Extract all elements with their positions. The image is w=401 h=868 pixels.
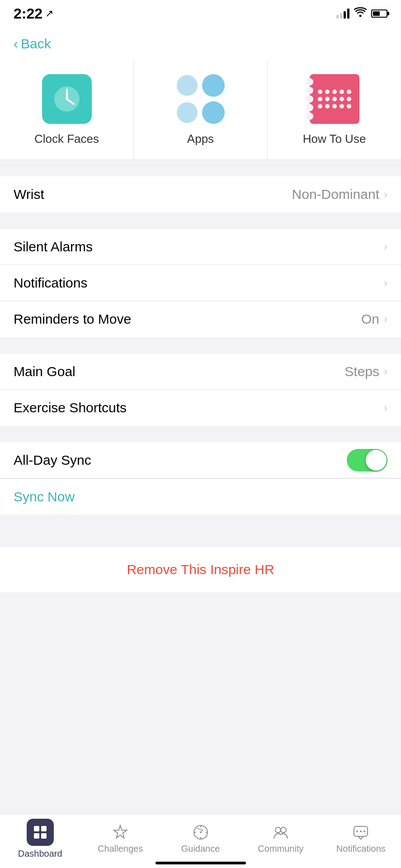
status-icons: [336, 7, 387, 20]
main-goal-value: Steps: [344, 364, 379, 379]
status-time: 2:22: [14, 5, 42, 22]
svg-point-18: [281, 827, 286, 833]
section-gap-2: [0, 212, 401, 229]
sync-group: All-Day Sync Sync Now: [0, 442, 401, 514]
alerts-group: Silent Alarms › Notifications › Reminder…: [0, 229, 401, 337]
notebook-rings: [306, 74, 313, 124]
tab-notifications[interactable]: Notifications: [321, 814, 401, 868]
main-goal-label: Main Goal: [14, 364, 75, 379]
svg-line-15: [197, 828, 203, 830]
all-day-sync-label: All-Day Sync: [14, 453, 91, 468]
main-goal-row[interactable]: Main Goal Steps ›: [0, 354, 401, 390]
apps-label: Apps: [187, 132, 214, 146]
reminders-value: On: [361, 311, 379, 327]
signal-icon: [336, 9, 349, 19]
dashboard-tab-label: Dashboard: [18, 849, 62, 859]
silent-alarms-right: ›: [384, 241, 387, 253]
wrist-value: Non-Dominant: [292, 187, 379, 202]
exercise-shortcuts-row[interactable]: Exercise Shortcuts ›: [0, 390, 401, 426]
reminders-chevron-icon: ›: [384, 313, 387, 326]
all-day-sync-toggle[interactable]: [347, 449, 387, 472]
reminders-to-move-row[interactable]: Reminders to Move On ›: [0, 301, 401, 337]
how-to-use-icon: [310, 74, 359, 124]
notifications-row[interactable]: Notifications ›: [0, 265, 401, 301]
sync-now-row[interactable]: Sync Now: [0, 478, 401, 514]
remove-device-label: Remove This Inspire HR: [127, 562, 274, 577]
spacer-bottom: [0, 592, 401, 665]
notifications-right: ›: [384, 277, 387, 289]
exercise-shortcuts-right: ›: [384, 401, 387, 414]
clock-faces-icon: [42, 74, 92, 124]
remove-device-section[interactable]: Remove This Inspire HR: [0, 547, 401, 592]
status-bar: 2:22 ↗: [0, 0, 401, 27]
svg-rect-7: [34, 833, 39, 839]
back-bar: ‹ Back: [0, 27, 401, 61]
svg-rect-5: [34, 826, 39, 831]
back-button[interactable]: ‹ Back: [14, 36, 51, 52]
icon-grid: Clock Faces Apps: [0, 61, 401, 160]
exercise-shortcuts-label: Exercise Shortcuts: [14, 400, 127, 415]
how-to-use-cell[interactable]: How To Use: [268, 61, 401, 160]
dots-grid: [313, 85, 356, 113]
svg-point-4: [66, 98, 68, 100]
tab-challenges[interactable]: Challenges: [80, 814, 160, 868]
wrist-row[interactable]: Wrist Non-Dominant ›: [0, 176, 401, 212]
back-chevron-icon: ‹: [14, 36, 18, 52]
challenges-icon: [112, 824, 129, 841]
svg-point-21: [360, 830, 362, 832]
all-day-sync-row[interactable]: All-Day Sync: [0, 442, 401, 478]
community-icon: [272, 824, 289, 841]
svg-point-22: [363, 830, 365, 832]
wrist-label: Wrist: [14, 187, 44, 202]
tab-guidance[interactable]: Guidance: [160, 814, 241, 868]
clock-faces-cell[interactable]: Clock Faces: [0, 61, 134, 160]
apps-icon: [176, 74, 226, 124]
apps-cell[interactable]: Apps: [134, 61, 268, 160]
how-to-use-label: How To Use: [303, 132, 366, 146]
back-label: Back: [21, 36, 51, 52]
notifications-chevron-icon: ›: [384, 277, 387, 289]
dashboard-icon: [33, 825, 48, 840]
guidance-icon: [192, 824, 209, 841]
silent-alarms-chevron-icon: ›: [384, 241, 387, 253]
reminders-right: On ›: [361, 311, 387, 327]
svg-rect-6: [41, 826, 47, 831]
reminders-label: Reminders to Move: [14, 311, 131, 327]
tab-bar: Dashboard Challenges Guidance Community: [0, 814, 401, 868]
toggle-thumb: [366, 450, 387, 471]
dashboard-icon-wrap: [27, 819, 54, 846]
notifications-label: Notifications: [14, 275, 87, 291]
wifi-icon: [354, 7, 367, 20]
section-gap-3: [0, 337, 401, 354]
notifications-tab-icon: [352, 824, 369, 841]
guidance-tab-label: Guidance: [181, 844, 220, 854]
wrist-value-group: Non-Dominant ›: [292, 187, 387, 202]
svg-rect-8: [41, 833, 47, 839]
battery-icon: [371, 9, 387, 18]
clock-faces-label: Clock Faces: [34, 132, 99, 146]
challenges-tab-label: Challenges: [98, 844, 143, 854]
home-indicator: [156, 862, 246, 864]
notifications-tab-label: Notifications: [336, 844, 386, 854]
tab-community[interactable]: Community: [241, 814, 321, 868]
main-goal-right: Steps ›: [344, 364, 387, 379]
sync-now-label: Sync Now: [14, 489, 75, 505]
community-tab-label: Community: [258, 844, 303, 854]
silent-alarms-label: Silent Alarms: [14, 239, 93, 255]
svg-point-0: [359, 15, 362, 17]
svg-point-20: [356, 830, 358, 832]
silent-alarms-row[interactable]: Silent Alarms ›: [0, 229, 401, 265]
exercise-shortcuts-chevron-icon: ›: [384, 401, 387, 414]
wrist-group: Wrist Non-Dominant ›: [0, 176, 401, 212]
tab-dashboard[interactable]: Dashboard: [0, 814, 80, 868]
section-gap-1: [0, 160, 401, 176]
section-gap-5: [0, 514, 401, 531]
goals-group: Main Goal Steps › Exercise Shortcuts ›: [0, 354, 401, 426]
main-goal-chevron-icon: ›: [384, 365, 387, 378]
wrist-chevron-icon: ›: [384, 188, 387, 201]
section-gap-4: [0, 426, 401, 442]
svg-line-16: [201, 830, 203, 832]
location-icon: ↗: [45, 8, 53, 19]
svg-point-17: [275, 827, 281, 833]
